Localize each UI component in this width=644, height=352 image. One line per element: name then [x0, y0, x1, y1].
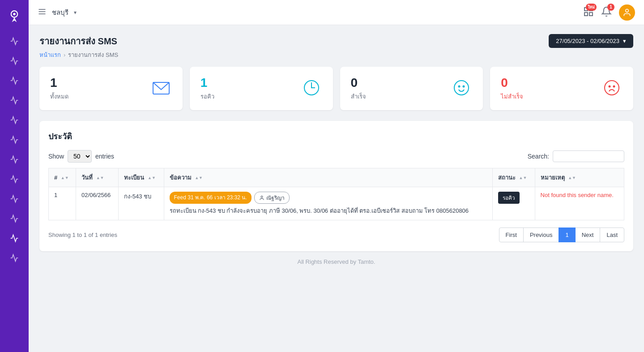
grid-icon-button[interactable]: ใหม่ — [583, 6, 594, 19]
table-row: 1 02/06/2566 กง-543 ชบ Feed 31 พ.ค. 66 เ… — [49, 187, 624, 220]
col-message: ข้อความ ▲▼ — [164, 168, 492, 187]
svg-rect-8 — [589, 13, 593, 16]
sidebar-item-chart3[interactable] — [4, 72, 25, 90]
history-section: ประวัติ Show 50 25 10 entries Search: — [39, 121, 633, 251]
sidebar-item-chart6[interactable] — [4, 131, 25, 149]
stats-grid: 1 ทั้งหมด 1 รอคิว — [39, 67, 633, 110]
svg-point-17 — [614, 86, 615, 87]
svg-point-1 — [13, 13, 15, 15]
table-controls: Show 50 25 10 entries Search: — [48, 150, 624, 163]
message-tags: Feed 31 พ.ค. 66 เวลา 23:32 น. ณัฐริญา — [170, 192, 487, 204]
menu-icon[interactable] — [38, 7, 47, 18]
new-badge: ใหม่ — [586, 4, 597, 11]
stat-success-label: สำเร็จ — [351, 92, 366, 101]
sort-num-icon[interactable]: ▲▼ — [61, 176, 69, 180]
breadcrumb-current: รายงานการส่ง SMS — [68, 50, 118, 60]
sidebar-item-chart12[interactable] — [4, 249, 25, 267]
date-range-text: 27/05/2023 - 02/06/2023 — [556, 38, 619, 44]
main-area: ชลบุรี ▾ ใหม่ 1 — [29, 0, 644, 352]
entries-label: entries — [95, 153, 114, 160]
page-header: รายงานการส่ง SMS หน้าแรก › รายงานการส่ง … — [39, 34, 633, 60]
sidebar-logo[interactable] — [5, 4, 23, 27]
entries-select[interactable]: 50 25 10 — [68, 150, 92, 163]
stat-card-total: 1 ทั้งหมด — [39, 67, 183, 110]
stat-failed-value: 0 — [501, 76, 523, 90]
first-page-button[interactable]: First — [499, 228, 524, 242]
next-page-button[interactable]: Next — [575, 228, 601, 242]
search-input[interactable] — [553, 150, 624, 162]
bell-icon-button[interactable]: 1 — [601, 6, 612, 19]
svg-rect-7 — [584, 13, 588, 16]
header-location: ชลบุรี — [52, 7, 68, 18]
status-badge: รอคิว — [498, 192, 520, 204]
sort-note-icon[interactable]: ▲▼ — [568, 176, 576, 180]
show-label: Show — [48, 153, 64, 160]
svg-point-15 — [605, 81, 619, 95]
prev-page-button[interactable]: Previous — [523, 228, 559, 242]
tag-user: ณัฐริญา — [254, 192, 290, 204]
sidebar-item-chart7[interactable] — [4, 150, 25, 168]
sidebar-item-chart1[interactable] — [4, 32, 25, 50]
sort-date-icon[interactable]: ▲▼ — [96, 176, 104, 180]
sidebar-item-chart5[interactable] — [4, 111, 25, 129]
cell-num: 1 — [49, 187, 76, 220]
stat-queue-value: 1 — [200, 76, 214, 90]
chevron-down-icon: ▾ — [74, 9, 77, 16]
cell-status: รอคิว — [492, 187, 535, 220]
svg-point-16 — [609, 86, 610, 87]
sidebar-item-chart11[interactable] — [4, 229, 25, 247]
header: ชลบุรี ▾ ใหม่ 1 — [29, 0, 644, 25]
stat-queue-info: 1 รอคิว — [200, 76, 214, 101]
sidebar-item-chart9[interactable] — [4, 190, 25, 208]
svg-point-13 — [459, 86, 460, 87]
sidebar — [0, 0, 29, 352]
stat-success-value: 0 — [351, 76, 366, 90]
date-range-button[interactable]: 27/05/2023 - 02/06/2023 ▾ — [549, 34, 633, 48]
history-title: ประวัติ — [48, 130, 624, 143]
content-area: รายงานการส่ง SMS หน้าแรก › รายงานการส่ง … — [29, 25, 644, 352]
svg-point-12 — [454, 81, 469, 95]
col-status: สถานะ ▲▼ — [492, 168, 535, 187]
sidebar-item-chart4[interactable] — [4, 91, 25, 109]
svg-point-18 — [261, 196, 263, 197]
envelope-icon — [150, 77, 172, 100]
location-dropdown[interactable]: ▾ — [74, 9, 77, 16]
col-plate: ทะเบียน ▲▼ — [119, 168, 164, 187]
user-avatar[interactable] — [619, 4, 635, 21]
search-box: Search: — [528, 150, 624, 162]
stat-total-value: 1 — [50, 76, 68, 90]
smile-icon — [451, 77, 472, 100]
stat-failed-label: ไม่สำเร็จ — [501, 92, 523, 101]
frown-icon — [601, 77, 623, 100]
pagination-buttons: First Previous 1 Next Last — [499, 228, 624, 242]
current-page-button[interactable]: 1 — [559, 228, 575, 242]
showing-text: Showing 1 to 1 of 1 entries — [48, 232, 117, 238]
tag-feed: Feed 31 พ.ค. 66 เวลา 23:32 น. — [170, 192, 252, 204]
stat-card-failed: 0 ไม่สำเร็จ — [490, 67, 633, 110]
stat-failed-info: 0 ไม่สำเร็จ — [501, 76, 523, 101]
sidebar-item-chart8[interactable] — [4, 170, 25, 188]
notification-badge: 1 — [607, 4, 614, 11]
svg-point-14 — [463, 86, 465, 87]
message-text: รถทะเบียน กง-543 ชบ กำลังจะครบอายุ ภาษี … — [170, 206, 487, 215]
sort-message-icon[interactable]: ▲▼ — [195, 176, 203, 180]
last-page-button[interactable]: Last — [600, 228, 624, 242]
sidebar-item-chart10[interactable] — [4, 210, 25, 228]
date-range-arrow-icon: ▾ — [623, 38, 626, 44]
data-table: # ▲▼ วันที่ ▲▼ ทะเบียน ▲▼ ข้อความ — [48, 168, 624, 220]
cell-message: Feed 31 พ.ค. 66 เวลา 23:32 น. ณัฐริญา รถ… — [164, 187, 492, 220]
stat-card-queue: 1 รอคิว — [190, 67, 333, 110]
breadcrumb-separator: › — [64, 52, 65, 58]
sort-plate-icon[interactable]: ▲▼ — [148, 176, 156, 180]
svg-point-9 — [626, 9, 629, 12]
col-note: หมายเหตุ ▲▼ — [535, 168, 624, 187]
breadcrumb-home-link[interactable]: หน้าแรก — [39, 50, 61, 60]
col-date: วันที่ ▲▼ — [76, 168, 119, 187]
show-entries: Show 50 25 10 entries — [48, 150, 114, 163]
pagination-footer: Showing 1 to 1 of 1 entries First Previo… — [48, 228, 624, 242]
cell-note: Not found this sender name. — [535, 187, 624, 220]
note-text: Not found this sender name. — [541, 192, 614, 198]
sort-status-icon[interactable]: ▲▼ — [519, 176, 527, 180]
cell-date: 02/06/2566 — [76, 187, 119, 220]
sidebar-item-chart2[interactable] — [4, 52, 25, 70]
